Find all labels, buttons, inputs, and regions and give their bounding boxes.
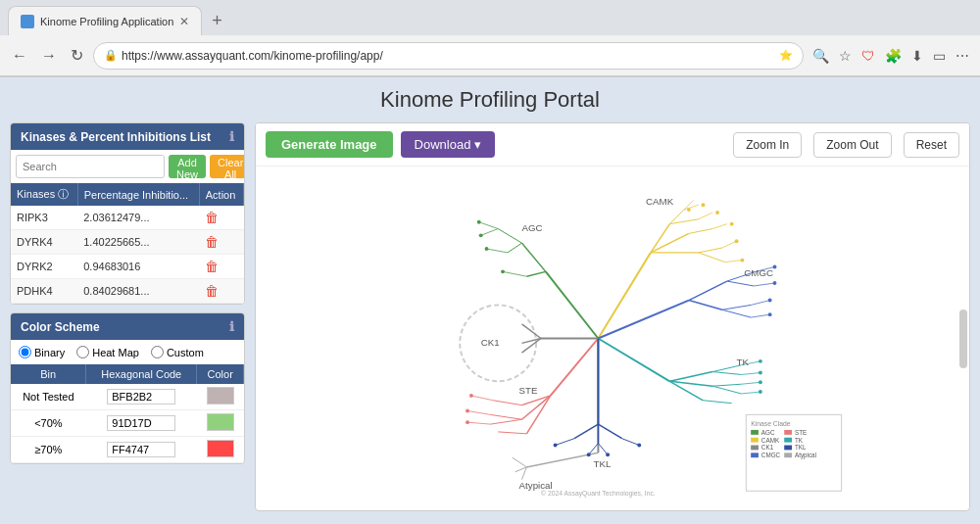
reset-button[interactable]: Reset — [904, 132, 959, 158]
download-icon[interactable]: ⬇ — [908, 45, 926, 67]
kinases-section: Kinases & Percent Inhibitions List ℹ Add… — [10, 122, 245, 305]
svg-line-18 — [526, 271, 545, 276]
new-tab-button[interactable]: + — [206, 10, 228, 31]
kinase-value: 0.84029681... — [77, 279, 199, 304]
svg-line-12 — [699, 213, 713, 219]
svg-point-117 — [637, 444, 641, 448]
clear-all-button[interactable]: Clear All — [210, 155, 245, 178]
svg-line-15 — [725, 261, 742, 262]
svg-point-103 — [773, 265, 777, 269]
zoom-in-button[interactable]: Zoom In — [733, 132, 802, 158]
svg-rect-83 — [751, 453, 759, 457]
svg-line-31 — [722, 310, 751, 317]
color-swatch — [207, 440, 234, 457]
hex-value[interactable] — [86, 384, 197, 410]
tree-footer: © 2024 AssayQuant Technologies, Inc. — [541, 490, 656, 498]
kinase-action[interactable]: 🗑 — [199, 230, 243, 255]
search-input[interactable] — [16, 155, 165, 178]
dropdown-arrow-icon: ▾ — [474, 137, 481, 152]
svg-line-26 — [689, 281, 727, 300]
svg-point-106 — [768, 312, 772, 316]
radio-binary[interactable]: Binary — [19, 346, 65, 358]
tab-close-button[interactable]: ✕ — [179, 15, 189, 28]
svg-line-19 — [498, 229, 521, 244]
legend-title: Kinase Clade — [751, 420, 791, 427]
hex-value[interactable] — [86, 437, 197, 463]
table-row: DYRK4 1.40225665... 🗑 — [11, 230, 244, 255]
svg-text:Atypical: Atypical — [795, 452, 816, 459]
extension-icon[interactable]: 🧩 — [882, 45, 905, 67]
kinase-name: PDHK4 — [11, 279, 77, 304]
svg-line-24 — [503, 271, 526, 276]
navigation-bar: ← → ↻ 🔒 https://www.assayquant.com/kinom… — [0, 35, 980, 76]
right-panel: Generate Image Download ▾ Zoom In Zoom O… — [255, 122, 970, 511]
radio-custom[interactable]: Custom — [151, 346, 204, 358]
svg-line-33 — [754, 283, 774, 286]
forward-button[interactable]: → — [37, 45, 61, 67]
delete-icon[interactable]: 🗑 — [205, 234, 219, 250]
tk-label: TK — [737, 357, 750, 367]
add-new-button[interactable]: Add New — [169, 155, 206, 178]
svg-line-59 — [712, 386, 741, 394]
kinase-value: 2.03612479... — [77, 206, 199, 230]
shield-icon[interactable]: 🛡 — [858, 45, 878, 67]
tkl-label: TKL — [594, 458, 612, 469]
svg-line-60 — [703, 401, 731, 404]
kinases-header: Kinases & Percent Inhibitions List ℹ — [11, 123, 244, 150]
svg-line-63 — [741, 382, 760, 384]
back-button[interactable]: ← — [8, 45, 31, 67]
svg-line-14 — [722, 241, 737, 248]
kinase-action[interactable]: 🗑 — [199, 206, 243, 230]
svg-text:TK: TK — [795, 437, 804, 444]
svg-line-8 — [699, 248, 722, 253]
tab-bar: Kinome Profiling Application ✕ + — [0, 0, 980, 35]
svg-line-47 — [490, 419, 521, 424]
download-label: Download — [415, 137, 471, 152]
color-scheme-info-icon[interactable]: ℹ — [229, 319, 234, 334]
kinases-info-icon[interactable]: ℹ — [229, 129, 234, 144]
hex-value[interactable] — [86, 410, 197, 437]
svg-line-57 — [712, 372, 741, 375]
svg-line-35 — [751, 314, 769, 317]
svg-point-96 — [730, 222, 734, 226]
address-bar[interactable]: 🔒 https://www.assayquant.com/kinome-prof… — [93, 42, 804, 70]
kinase-action[interactable]: 🗑 — [199, 255, 243, 279]
kinase-name: DYRK4 — [11, 230, 77, 255]
search-icon[interactable]: 🔍 — [809, 45, 832, 67]
svg-point-94 — [702, 203, 706, 207]
kinases-table-wrapper: Kinases ⓘ Percentage Inhibitio... Action… — [11, 183, 244, 304]
scrollbar-indicator[interactable] — [959, 310, 967, 368]
svg-line-62 — [741, 373, 760, 375]
menu-icon[interactable]: ⋯ — [953, 45, 972, 67]
svg-line-64 — [741, 392, 760, 394]
camk-label: CAMK — [646, 196, 674, 207]
svg-rect-79 — [751, 438, 759, 443]
kinase-action[interactable]: 🗑 — [199, 279, 243, 304]
generate-image-button[interactable]: Generate Image — [266, 131, 393, 158]
download-button[interactable]: Download ▾ — [401, 131, 496, 158]
bookmark-icon[interactable]: ☆ — [836, 45, 855, 67]
active-tab[interactable]: Kinome Profiling Application ✕ — [8, 6, 202, 35]
svg-line-7 — [689, 229, 712, 234]
reload-button[interactable]: ↻ — [67, 44, 87, 67]
svg-line-20 — [508, 243, 522, 253]
toolbar: Generate Image Download ▾ Zoom In Zoom O… — [256, 123, 969, 167]
zoom-out-button[interactable]: Zoom Out — [813, 132, 891, 158]
svg-point-101 — [485, 247, 489, 251]
left-panel: Kinases & Percent Inhibitions List ℹ Add… — [10, 122, 245, 511]
nav-icons: 🔍 ☆ 🛡 🧩 ⬇ ▭ ⋯ — [809, 45, 972, 67]
svg-line-23 — [486, 249, 507, 253]
svg-line-48 — [498, 432, 526, 434]
kinase-name: RIPK3 — [11, 206, 77, 230]
page-title: Kinome Profiling Portal — [10, 87, 970, 113]
radio-heatmap[interactable]: Heat Map — [76, 346, 139, 358]
svg-point-104 — [773, 281, 777, 285]
table-row: DYRK2 0.94683016 🗑 — [11, 255, 244, 279]
delete-icon[interactable]: 🗑 — [205, 210, 219, 225]
sidebar-icon[interactable]: ▭ — [930, 45, 949, 67]
page-content: Kinases & Percent Inhibitions List ℹ Add… — [10, 122, 970, 511]
delete-icon[interactable]: 🗑 — [205, 283, 219, 299]
color-scheme-section: Color Scheme ℹ Binary Heat Map Custom — [10, 312, 245, 464]
color-swatch-cell — [197, 437, 244, 463]
delete-icon[interactable]: 🗑 — [205, 259, 219, 274]
